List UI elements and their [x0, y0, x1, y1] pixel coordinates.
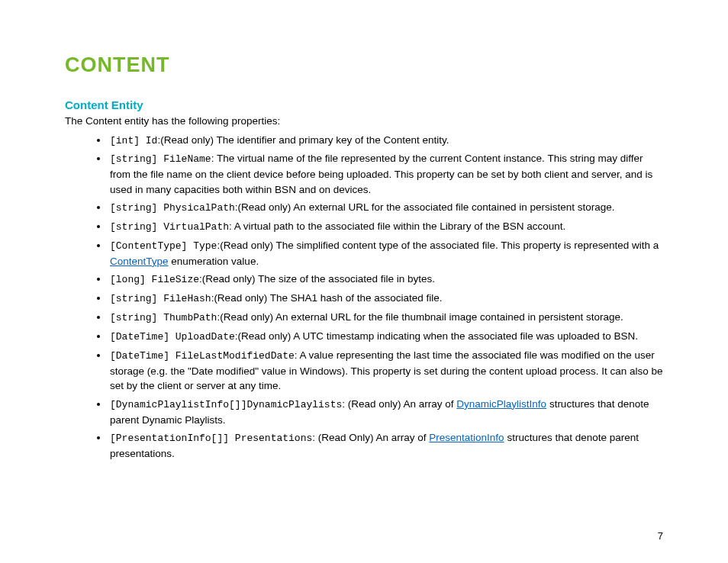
property-description: : (Read only) An array of: [342, 398, 456, 410]
property-signature: [ContentType] Type: [110, 240, 217, 252]
property-signature: [DynamicPlaylistInfo[]]DynamicPlaylists: [110, 399, 342, 410]
property-description: enumeration value.: [169, 256, 259, 267]
property-description: :(Read only) An external URL for the fil…: [217, 311, 623, 323]
link-presentationinfo[interactable]: PresentationInfo: [429, 432, 504, 443]
link-contenttype[interactable]: ContentType: [110, 256, 169, 267]
list-item: [int] Id:(Read only) The identifier and …: [108, 133, 663, 149]
property-description: :(Read only) The SHA1 hash of the associ…: [211, 292, 443, 304]
property-list: [int] Id:(Read only) The identifier and …: [65, 133, 663, 462]
heading-content-entity: Content Entity: [65, 98, 663, 111]
page-number: 7: [658, 530, 663, 542]
property-description: :(Read only) A UTC timestamp indicating …: [235, 330, 638, 342]
list-item: [DateTime] FileLastModifiedDate: A value…: [108, 348, 663, 394]
property-description: :(Read only) An external URL for the ass…: [235, 201, 615, 213]
list-item: [long] FileSize:(Read only) The size of …: [108, 272, 663, 288]
property-description: :(Read only) The simplified content type…: [217, 240, 659, 251]
link-dynamicplaylistinfo[interactable]: DynamicPlaylistInfo: [456, 398, 546, 410]
intro-text: The Content entity has the following pro…: [65, 114, 663, 129]
list-item: [DateTime] UploadDate:(Read only) A UTC …: [108, 329, 663, 345]
property-signature: [DateTime] FileLastModifiedDate: [110, 350, 295, 362]
property-description: : (Read Only) An array of: [312, 432, 429, 443]
property-signature: [long] FileSize: [110, 274, 199, 285]
property-signature: [string] VirtualPath: [110, 221, 229, 233]
property-signature: [string] PhysicalPath: [110, 202, 235, 214]
list-item: [DynamicPlaylistInfo[]]DynamicPlaylists:…: [108, 397, 663, 427]
list-item: [string] FileHash:(Read only) The SHA1 h…: [108, 291, 663, 307]
property-signature: [string] ThumbPath: [110, 312, 217, 323]
property-description: : A virtual path to the associated file …: [229, 220, 565, 232]
list-item: [ContentType] Type:(Read only) The simpl…: [108, 238, 663, 269]
page-content: CONTENT Content Entity The Content entit…: [0, 0, 728, 495]
property-description: :(Read only) The identifier and primary …: [157, 134, 449, 146]
property-signature: [string] FileHash: [110, 293, 211, 304]
list-item: [string] PhysicalPath:(Read only) An ext…: [108, 200, 663, 216]
list-item: [string] FileName: The virtual name of t…: [108, 151, 663, 197]
list-item: [PresentationInfo[]] Presentations: (Rea…: [108, 430, 663, 461]
list-item: [string] ThumbPath:(Read only) An extern…: [108, 310, 663, 326]
property-signature: [DateTime] UploadDate: [110, 331, 235, 343]
property-signature: [int] Id: [110, 135, 157, 146]
property-signature: [PresentationInfo[]] Presentations: [110, 433, 312, 444]
heading-content: CONTENT: [65, 53, 663, 77]
property-signature: [string] FileName: [110, 153, 211, 165]
list-item: [string] VirtualPath: A virtual path to …: [108, 219, 663, 235]
property-description: :(Read only) The size of the associated …: [199, 273, 435, 285]
